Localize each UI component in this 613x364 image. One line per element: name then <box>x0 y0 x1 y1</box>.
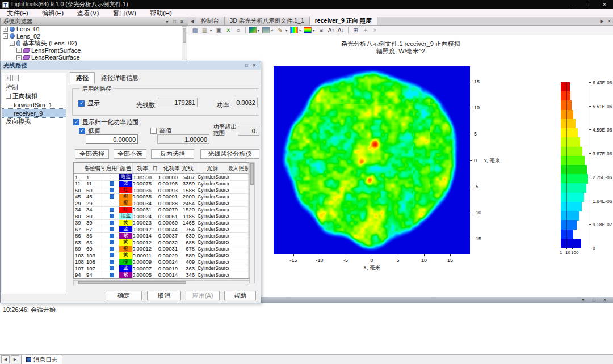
sysbrowser-item-lens-front-surface[interactable]: +LensFrontSurface <box>1 47 188 54</box>
enabled-cell[interactable] <box>104 233 119 239</box>
column-header[interactable]: 启用 <box>104 163 119 173</box>
add-icon[interactable]: ＋ <box>361 26 370 34</box>
enabled-checkbox[interactable] <box>110 208 114 212</box>
colorbar-icon-caret[interactable]: ▾ <box>313 28 316 32</box>
view-3d-icon[interactable] <box>249 27 257 33</box>
enabled-checkbox[interactable] <box>110 260 114 264</box>
collapse-icon[interactable]: - <box>10 41 15 46</box>
menu-window[interactable]: 窗口(W) <box>106 9 143 18</box>
table-row[interactable]: 3434红0.000310.000791520CylinderSource_7 <box>74 207 249 214</box>
grid-icon[interactable]: ⊞ <box>351 26 360 34</box>
show-checkbox[interactable] <box>78 100 85 107</box>
column-header[interactable] <box>74 163 85 173</box>
raypath-tree-item-receiver-9[interactable]: receiver_9 <box>2 109 66 117</box>
tab-console[interactable]: 控制台 <box>196 17 225 25</box>
enabled-checkbox[interactable] <box>110 214 114 218</box>
minimize-button[interactable]: ─ <box>562 0 579 9</box>
maximize-button[interactable]: □ <box>579 0 596 9</box>
font-decrease-icon[interactable]: A↓ <box>337 26 345 34</box>
close-button[interactable]: ✕ <box>596 0 613 9</box>
table-row[interactable]: 108108绿0.000090.00024409CylinderSource_7 <box>74 259 249 266</box>
enabled-cell[interactable] <box>104 174 119 180</box>
help-button[interactable]: 帮助 <box>224 291 256 300</box>
chart-type-icon-caret[interactable]: ▾ <box>271 28 275 32</box>
invert-selection-button[interactable]: 反向选择 <box>151 149 194 159</box>
table-row[interactable]: 8080淡蓝0.000240.000611185CylinderSource_7 <box>74 213 249 220</box>
enabled-cell[interactable] <box>104 213 119 219</box>
ray-path-analyzer-button[interactable]: 光线路径分析仪 <box>200 149 259 159</box>
list-view-icon[interactable]: ≡ <box>317 26 326 34</box>
enabled-checkbox[interactable] <box>110 273 114 277</box>
enabled-checkbox[interactable] <box>110 181 114 186</box>
collapse-icon[interactable]: - <box>3 33 8 39</box>
enabled-cell[interactable] <box>104 181 119 187</box>
low-value-field[interactable]: 0.00000 <box>86 134 138 144</box>
tab-3d-view[interactable]: 3D 杂光分析八示例文件.1_1 <box>225 17 310 25</box>
tab-receiver-chart[interactable]: receiver_9 正向 照度 <box>310 17 377 25</box>
enabled-checkbox[interactable] <box>110 194 114 199</box>
dialog-close-icon[interactable]: ✕ <box>250 62 258 69</box>
column-header[interactable]: 颜色 <box>119 163 133 173</box>
expand-icon[interactable]: + <box>16 55 22 60</box>
fit-view-icon[interactable]: ✕ <box>224 26 233 34</box>
collapse-icon[interactable]: − <box>6 94 11 99</box>
message-log-close-icon[interactable]: ✕ <box>601 297 608 303</box>
table-row[interactable]: 6767蓝0.000170.00044754CylinderSource_7 <box>74 226 249 233</box>
menu-help[interactable]: 帮助(H) <box>143 9 179 18</box>
table-row[interactable]: 103103黄0.000110.00029589CylinderSource_7 <box>74 252 249 259</box>
close-icon[interactable]: × <box>371 26 379 34</box>
enabled-cell[interactable] <box>104 226 119 232</box>
path-table-hscrollbar[interactable] <box>73 280 249 285</box>
enabled-cell[interactable] <box>104 265 119 272</box>
save-icon[interactable]: ▤ <box>191 26 199 34</box>
annotate-icon[interactable]: ✎ <box>276 26 284 34</box>
path-table-vscrollbar[interactable] <box>249 162 255 283</box>
select-all-button[interactable]: 全部选择 <box>75 149 109 159</box>
bottom-tabs-scroll-left-icon[interactable]: ◀ <box>1 355 10 363</box>
power-exceed-field[interactable]: 0. <box>238 126 259 136</box>
message-log-float-icon[interactable]: □ <box>590 297 598 303</box>
bottom-tabs-scroll-right-icon[interactable]: ▶ <box>11 355 19 363</box>
enabled-cell[interactable] <box>104 207 119 213</box>
tab-scroll-left-icon[interactable]: ◀ <box>188 18 196 25</box>
enabled-cell[interactable] <box>104 239 119 246</box>
panel-float-icon[interactable]: □ <box>171 19 178 25</box>
panel-close-icon[interactable]: ✕ <box>178 19 186 25</box>
enabled-checkbox[interactable] <box>110 175 114 179</box>
tab-close-icon[interactable]: ✕ <box>606 18 613 25</box>
column-header[interactable]: 功率 <box>133 163 153 173</box>
ray-count-field[interactable]: 179281 <box>158 98 198 107</box>
table-row[interactable]: 8686紫0.000140.00037630CylinderSource_7 <box>74 233 249 240</box>
expand-icon[interactable]: + <box>16 48 22 53</box>
enabled-checkbox[interactable] <box>110 240 114 244</box>
column-header[interactable]: 光线 <box>179 163 196 173</box>
view-3d-icon-caret[interactable]: ▾ <box>258 28 261 32</box>
enabled-cell[interactable] <box>104 200 119 206</box>
collapse-all-icon[interactable]: − <box>12 75 19 81</box>
table-row[interactable]: 6363黄0.000120.00032688CylinderSource_7 <box>74 239 249 246</box>
system-browser-scrollbar[interactable] <box>182 26 187 60</box>
raypath-tree-item-control[interactable]: 控制 <box>2 83 66 92</box>
sysbrowser-item-basic-lens[interactable]: -基本镜头 (Lens_02) <box>1 40 188 47</box>
select-none-button[interactable]: 全部不选 <box>114 149 146 159</box>
tab-message-log[interactable]: 消息日志 <box>21 355 62 364</box>
high-value-checkbox[interactable] <box>150 128 157 134</box>
table-row[interactable]: 9494紫0.000050.00014346CylinderSource_7 <box>74 272 249 279</box>
menu-view[interactable]: 查看(V) <box>70 9 106 18</box>
enabled-cell[interactable] <box>104 252 119 259</box>
cancel-button[interactable]: 取消 <box>147 291 181 300</box>
paste-icon[interactable]: ▥ <box>200 26 209 34</box>
menu-edit[interactable]: 编辑(E) <box>35 9 70 18</box>
table-row[interactable]: 3939黄0.000230.000601465CylinderSource_7 <box>74 220 249 227</box>
colorbar-icon[interactable] <box>304 27 312 33</box>
table-row[interactable]: 5050红0.000360.000931588CylinderSource_7 <box>74 187 249 194</box>
colormap-icon-caret[interactable]: ▾ <box>299 28 303 32</box>
column-header[interactable]: 归一化功率 <box>153 163 179 173</box>
panel-menu-icon[interactable]: ▾ <box>163 19 171 25</box>
high-value-field[interactable]: 1.00000 <box>157 134 209 144</box>
enabled-cell[interactable] <box>104 272 119 278</box>
table-row[interactable]: 11暗蓝0.385081.000005487CylinderSource_7 <box>74 174 249 181</box>
column-header[interactable]: 最大照度 <box>229 163 249 173</box>
table-row[interactable]: 4545橙0.000350.000912000CylinderSource_7 <box>74 194 249 201</box>
menu-file[interactable]: 文件(F) <box>0 9 35 18</box>
